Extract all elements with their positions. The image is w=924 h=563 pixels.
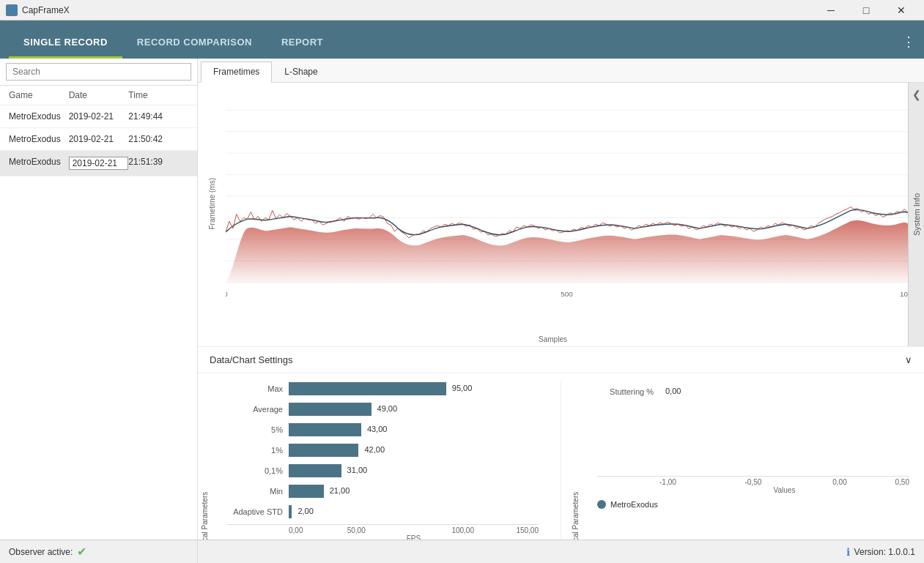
divider <box>561 381 561 540</box>
legend-label-right: MetroExodus <box>610 500 658 509</box>
bar-value-min: 21,00 <box>330 486 350 495</box>
cell-game: MetroExodus <box>9 111 69 122</box>
bar-fill-std <box>289 505 292 518</box>
minimize-button[interactable]: ─ <box>814 0 848 20</box>
bar-fill-1pct <box>289 444 358 457</box>
table-row-selected[interactable]: MetroExodus 2019-02-21 21:51:39 <box>0 151 197 176</box>
title-bar: CapFrameX ─ □ ✕ <box>0 0 924 20</box>
tab-frametimes[interactable]: Frametimes <box>201 61 272 83</box>
maximize-button[interactable]: □ <box>849 0 883 20</box>
bar-track-01pct: 31,00 <box>289 464 539 477</box>
x-axis-ticks: 0,00 50,00 100,00 150,00 <box>226 524 539 534</box>
bar-label-std: Adaptive STD <box>226 507 289 516</box>
title-bar-left: CapFrameX <box>6 4 70 16</box>
cell-date-highlighted: 2019-02-21 <box>69 157 129 170</box>
bar-track-5pct: 43,00 <box>289 423 539 436</box>
bar-track-1pct: 42,00 <box>289 444 539 457</box>
tab-lshape[interactable]: L-Shape <box>272 61 330 82</box>
close-button[interactable]: ✕ <box>884 0 918 20</box>
main-layout: Game Date Time MetroExodus 2019-02-21 21… <box>0 59 924 563</box>
cell-time: 21:51:39 <box>128 157 188 170</box>
nav-tabs: SINGLE RECORD RECORD COMPARISON REPORT <box>9 26 338 59</box>
bar-fill-01pct <box>289 464 341 477</box>
table-row[interactable]: MetroExodus 2019-02-21 21:49:44 <box>0 105 197 128</box>
settings-section: Data/Chart Settings ∨ Statistical Parame… <box>198 346 924 540</box>
bar-row-5pct: 5% 43,00 <box>226 422 539 438</box>
bar-row-min: Min 21,00 <box>226 483 539 499</box>
settings-content: Statistical Parameters Max 95,00 Average <box>198 373 924 540</box>
bar-track-min: 21,00 <box>289 485 539 498</box>
expand-icon[interactable]: ∨ <box>905 354 912 365</box>
bar-chart-left: Max 95,00 Average 49,00 <box>212 381 553 540</box>
settings-header[interactable]: Data/Chart Settings ∨ <box>198 347 924 373</box>
tab-record-comparison[interactable]: RECORD COMPARISON <box>122 26 267 59</box>
bar-label-01pct: 0,1% <box>226 466 289 475</box>
bar-value-avg: 49,00 <box>377 404 398 413</box>
bar-track-std: 2,00 <box>289 505 539 518</box>
nav-dots-button[interactable]: ⋮ <box>902 34 915 59</box>
bar-row-stutter: Stuttering % 0,00 <box>597 384 909 400</box>
bar-label-1pct: 1% <box>226 446 289 455</box>
bar-label-stutter: Stuttering % <box>597 387 659 396</box>
bar-value-max: 95,00 <box>452 384 473 392</box>
x-tick-150: 150,00 <box>516 526 539 534</box>
cell-date: 2019-02-21 <box>69 111 129 122</box>
x-tick2-1: -0,50 <box>722 478 784 486</box>
observer-label: Observer active: <box>9 547 73 557</box>
right-panel: Frametimes L-Shape Frametime (ms) <box>198 59 924 563</box>
svg-text:500: 500 <box>561 290 573 298</box>
col-date: Date <box>69 90 129 100</box>
system-info-label: System Info <box>912 193 921 236</box>
svg-text:1000: 1000 <box>900 290 908 298</box>
app-icon <box>6 4 18 16</box>
tab-report[interactable]: REPORT <box>267 26 338 59</box>
bar-label-min: Min <box>226 487 289 496</box>
bar-fill-min <box>289 485 324 498</box>
app-title: CapFrameX <box>22 5 70 15</box>
cell-game: MetroExodus <box>9 134 69 144</box>
bar-row-max: Max 95,00 <box>226 381 539 397</box>
x-axis2-ticks: -1,00 -0,50 0,00 0,50 <box>597 476 909 486</box>
chart-container: Frametime (ms) <box>198 83 908 346</box>
bar-row-1pct: 1% 42,00 <box>226 442 539 458</box>
bar-value-std: 2,00 <box>297 507 313 515</box>
search-input[interactable] <box>6 63 191 81</box>
legend-item-right: MetroExodus <box>597 500 658 509</box>
bar-row-01pct: 0,1% 31,00 <box>226 463 539 479</box>
bar-row-std: Adaptive STD 2,00 <box>226 504 539 520</box>
check-icon: ✔ <box>77 545 86 559</box>
chart-area: Frametime (ms) <box>198 83 924 346</box>
sidebar: Game Date Time MetroExodus 2019-02-21 21… <box>0 59 198 563</box>
search-box <box>0 59 197 86</box>
x-tick-50: 50,00 <box>303 526 409 534</box>
bar-label-5pct: 5% <box>226 425 289 434</box>
bar-fill-5pct <box>289 423 361 436</box>
bar-chart-vertical-label: Statistical Parameters <box>198 381 212 540</box>
system-info-panel[interactable]: ❮ System Info <box>908 83 924 346</box>
x-tick2-2: 0,00 <box>785 478 847 486</box>
bar-value-5pct: 43,00 <box>367 425 388 433</box>
fps-label: FPS <box>226 534 539 540</box>
version-label: Version: 1.0.0.1 <box>854 547 915 557</box>
frametimes-chart: 5 10 15 20 25 30 35 40 45 50 0 500 1000 <box>226 89 908 304</box>
y-axis-label: Frametime (ms) <box>208 178 216 230</box>
bar-track-avg: 49,00 <box>289 403 539 416</box>
bar-chart2-vertical-label: Statistical Parameters <box>569 381 583 540</box>
table-header: Game Date Time <box>0 86 197 105</box>
bar-value-1pct: 42,00 <box>364 445 385 454</box>
cell-time: 21:50:42 <box>128 134 188 144</box>
cell-date: 2019-02-21 <box>69 134 129 144</box>
bar-fill-avg <box>289 403 372 416</box>
x-axis-label: Samples <box>539 335 567 343</box>
table-rows: MetroExodus 2019-02-21 21:49:44 MetroExo… <box>0 105 197 540</box>
cell-time: 21:49:44 <box>128 111 188 122</box>
bar-track-max: 95,00 <box>289 382 539 395</box>
bar-value-01pct: 31,00 <box>347 466 368 474</box>
col-time: Time <box>128 90 188 100</box>
bar-label-avg: Average <box>226 405 289 414</box>
bar-chart-right: Stuttering % 0,00 -1,00 -0,50 0,00 0,50 … <box>583 381 924 540</box>
title-bar-controls: ─ □ ✕ <box>814 0 918 20</box>
table-row[interactable]: MetroExodus 2019-02-21 21:50:42 <box>0 128 197 151</box>
tab-single-record[interactable]: SINGLE RECORD <box>9 26 122 59</box>
x-tick2-0: -1,00 <box>659 478 722 486</box>
